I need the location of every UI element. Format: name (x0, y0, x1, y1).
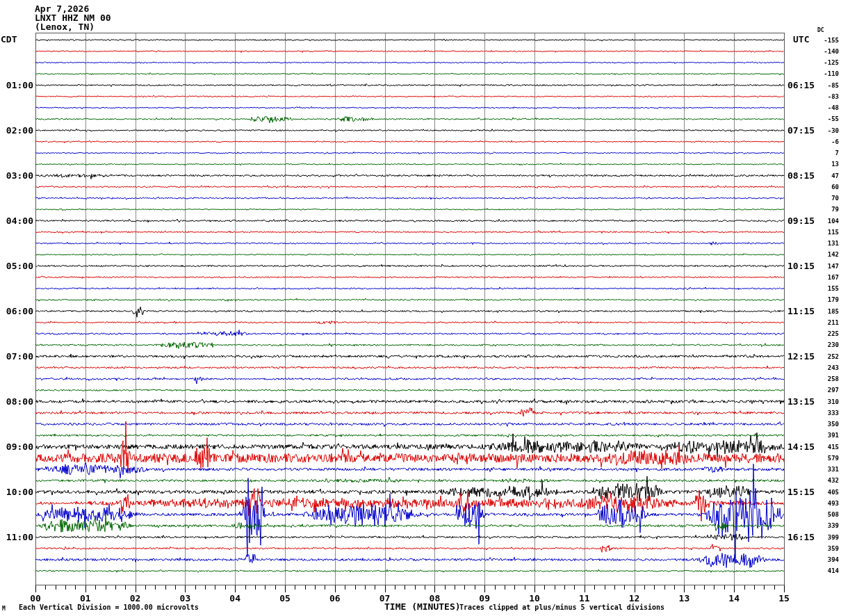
dc-value: -30 (805, 128, 839, 134)
cdt-hour-label: 03:00 (0, 171, 33, 180)
dc-value: 142 (805, 252, 839, 258)
left-axis-timezone-label: CDT (1, 35, 17, 44)
dc-value: -85 (805, 83, 839, 89)
x-tick-label: 10 (525, 594, 544, 603)
dc-value: 405 (805, 489, 839, 496)
helicorder-screen: Apr 7,2026 LNXT HHZ NM 00 (Lenox, TN) CD… (0, 0, 841, 616)
dc-value: 13 (805, 161, 839, 168)
dc-value: -48 (805, 105, 839, 111)
x-axis-title: TIME (MINUTES) (384, 602, 461, 611)
dc-value: 104 (805, 218, 839, 225)
dc-value: 331 (805, 467, 839, 473)
dc-value: 432 (805, 478, 839, 484)
dc-value: 211 (805, 320, 839, 326)
vertical-division-scale-note: Each Vertical Division = 1000.00 microvo… (19, 604, 199, 611)
dc-value: 339 (805, 523, 839, 529)
dc-value: 414 (805, 568, 839, 574)
dc-value: 258 (805, 376, 839, 382)
x-tick-label: 01 (76, 594, 95, 603)
cdt-hour-label: 02:00 (0, 126, 33, 135)
x-tick-label: 06 (326, 594, 344, 603)
dc-value: 399 (805, 535, 839, 541)
dc-value: 333 (805, 410, 839, 416)
dc-value: 243 (805, 365, 839, 371)
dc-value: 310 (805, 399, 839, 405)
dc-column-header: DC (817, 28, 824, 33)
x-tick-label: 15 (775, 594, 793, 603)
cdt-hour-label: 06:00 (0, 307, 33, 316)
dc-value: -125 (805, 60, 839, 66)
logo-mark: M (2, 606, 6, 612)
dc-value: 508 (805, 512, 839, 518)
cdt-hour-label: 11:00 (0, 533, 33, 542)
dc-value: 131 (805, 241, 839, 247)
dc-value: 147 (805, 264, 839, 270)
dc-value: 167 (805, 275, 839, 281)
dc-value: 297 (805, 387, 839, 394)
trace-clip-note: Traces clipped at plus/minus 5 vertical … (459, 604, 664, 611)
dc-value: -55 (805, 116, 839, 122)
cdt-hour-label: 10:00 (0, 487, 33, 496)
header-location: (Lenox, TN) (35, 22, 95, 31)
dc-value: -110 (805, 71, 839, 77)
dc-value: 252 (805, 354, 839, 360)
dc-value: 115 (805, 229, 839, 236)
cdt-hour-label: 09:00 (0, 442, 33, 451)
dc-value: 185 (805, 309, 839, 315)
dc-value: 394 (805, 557, 839, 563)
dc-value: 415 (805, 444, 839, 451)
cdt-hour-label: 01:00 (0, 81, 33, 90)
dc-value: 47 (805, 173, 839, 179)
dc-value: -6 (805, 139, 839, 145)
dc-value: 79 (805, 206, 839, 213)
x-tick-label: 05 (276, 594, 294, 603)
x-tick-label: 11 (575, 594, 594, 603)
cdt-hour-label: 05:00 (0, 261, 33, 270)
x-tick-label: 12 (626, 594, 644, 603)
dc-value: 579 (805, 455, 839, 462)
x-tick-label: 14 (725, 594, 743, 603)
dc-value: -155 (805, 38, 839, 44)
helicorder-canvas (0, 0, 841, 616)
dc-value: 60 (805, 184, 839, 191)
dc-value: 391 (805, 432, 839, 439)
x-tick-label: 02 (126, 594, 145, 603)
dc-value: 179 (805, 297, 839, 303)
x-tick-label: 04 (226, 594, 244, 603)
dc-value: -83 (805, 94, 839, 100)
cdt-hour-label: 08:00 (0, 397, 33, 406)
dc-value: 493 (805, 501, 839, 507)
cdt-hour-label: 04:00 (0, 216, 33, 225)
dc-value: 155 (805, 286, 839, 292)
dc-value: 350 (805, 421, 839, 428)
dc-value: 230 (805, 342, 839, 348)
dc-value: -140 (805, 49, 839, 55)
dc-value: 7 (805, 150, 839, 156)
x-tick-label: 03 (176, 594, 194, 603)
dc-value: 359 (805, 546, 839, 552)
x-tick-label: 09 (475, 594, 493, 603)
dc-value: 225 (805, 331, 839, 337)
x-tick-label: 00 (26, 594, 44, 603)
dc-value: 70 (805, 195, 839, 202)
x-tick-label: 13 (675, 594, 693, 603)
cdt-hour-label: 07:00 (0, 352, 33, 361)
